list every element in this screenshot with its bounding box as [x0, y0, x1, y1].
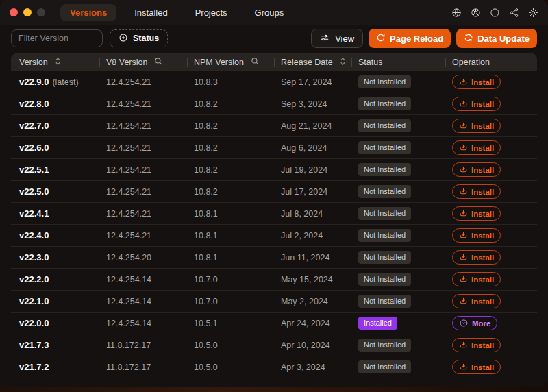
minimize-button[interactable]	[23, 8, 32, 16]
version-cell: v22.5.0	[11, 186, 99, 197]
release-date-cell: Aug 21, 2024	[274, 121, 351, 131]
status-cell: Not Installed	[351, 273, 445, 286]
close-button[interactable]	[10, 8, 18, 16]
tab-installed[interactable]: Installed	[125, 4, 177, 21]
operation-button[interactable]: Install	[452, 228, 501, 243]
status-cell: Not Installed	[351, 360, 445, 373]
status-badge: Not Installed	[358, 185, 411, 198]
status-badge: Not Installed	[358, 339, 411, 352]
operation-button[interactable]: More	[452, 316, 497, 330]
column-label: Status	[358, 58, 382, 67]
v8-version-cell: 12.4.254.14	[99, 319, 187, 328]
operation-button[interactable]: Install	[452, 162, 501, 177]
operation-button-label: Install	[471, 297, 494, 306]
version-cell: v22.5.1	[11, 164, 99, 175]
table-row: v22.5.1 12.4.254.21 10.8.2 Jul 19, 2024 …	[11, 159, 537, 181]
v8-version-cell: 12.4.254.21	[99, 209, 187, 219]
download-icon	[459, 363, 468, 371]
status-filter-label: Status	[133, 34, 159, 43]
release-date-cell: Jul 19, 2024	[274, 165, 351, 175]
color-wheel-icon[interactable]	[471, 8, 481, 18]
npm-version-cell: 10.8.3	[187, 77, 274, 87]
release-date-cell: May 15, 2024	[274, 275, 351, 284]
traffic-lights	[10, 8, 45, 16]
status-badge: Not Installed	[358, 273, 411, 286]
globe-icon[interactable]	[451, 8, 462, 18]
release-date-cell: Jun 11, 2024	[274, 253, 351, 262]
share-icon[interactable]	[509, 8, 519, 18]
operation-button[interactable]: Install	[452, 206, 501, 221]
status-badge: Not Installed	[358, 97, 411, 110]
data-update-button[interactable]: Data Update	[456, 29, 537, 48]
status-cell: Not Installed	[351, 185, 445, 198]
release-date-cell: Apr 3, 2024	[274, 363, 351, 372]
settings-gear-icon[interactable]	[528, 8, 538, 18]
search-icon[interactable]	[251, 57, 260, 68]
info-icon[interactable]	[490, 8, 500, 18]
npm-version-cell: 10.5.1	[187, 319, 274, 328]
v8-version-cell: 12.4.254.21	[99, 121, 187, 131]
page-reload-button[interactable]: Page Reload	[369, 29, 451, 48]
sort-icon[interactable]	[55, 57, 61, 68]
operation-button[interactable]: Install	[452, 360, 501, 374]
download-icon	[459, 231, 468, 240]
status-cell: Not Installed	[351, 295, 445, 308]
download-icon	[459, 209, 468, 218]
status-badge: Not Installed	[358, 360, 411, 373]
filter-version-input[interactable]	[11, 29, 103, 47]
status-cell: Not Installed	[351, 163, 445, 176]
version-cell: v22.0.0	[11, 318, 99, 328]
release-date-cell: Sep 3, 2024	[274, 99, 351, 109]
v8-version-cell: 11.8.172.17	[99, 363, 187, 372]
npm-version-cell: 10.8.1	[187, 231, 274, 241]
zoom-button[interactable]	[37, 8, 45, 16]
version-cell: v22.4.1	[11, 208, 99, 219]
operation-button[interactable]: Install	[452, 184, 501, 199]
tab-groups[interactable]: Groups	[245, 4, 294, 21]
operation-button[interactable]: Install	[452, 250, 501, 265]
page-reload-label: Page Reload	[390, 34, 443, 44]
version-cell: v22.4.0	[11, 230, 99, 241]
operation-cell: Install	[445, 250, 537, 265]
column-header-v8-version[interactable]: V8 Version	[99, 53, 187, 71]
download-icon	[459, 99, 468, 108]
operation-button[interactable]: Install	[452, 75, 501, 89]
tab-versions[interactable]: Versions	[60, 4, 116, 21]
operation-button-label: Install	[471, 78, 494, 86]
v8-version-cell: 12.4.254.21	[99, 77, 187, 87]
toolbar-right: View Page Reload Data Update	[311, 29, 537, 48]
operation-button[interactable]: Install	[452, 119, 501, 133]
npm-version-cell: 10.7.0	[187, 275, 274, 284]
operation-cell: Install	[445, 294, 537, 308]
sort-icon[interactable]	[340, 57, 346, 68]
operation-button-label: Install	[471, 210, 494, 218]
operation-button[interactable]: Install	[452, 272, 501, 286]
tab-projects[interactable]: Projects	[186, 4, 237, 21]
release-date-cell: Jul 17, 2024	[274, 187, 351, 197]
operation-button[interactable]: Install	[452, 140, 501, 155]
table-row: v22.0.0 12.4.254.14 10.5.1 Apr 24, 2024 …	[11, 313, 537, 334]
table-row: v22.3.0 12.4.254.20 10.8.1 Jun 11, 2024 …	[11, 247, 537, 269]
operation-button[interactable]: Install	[452, 97, 501, 111]
v8-version-cell: 12.4.254.21	[99, 165, 187, 175]
view-button[interactable]: View	[311, 29, 363, 48]
column-header-release-date[interactable]: Release Date	[274, 53, 351, 71]
versions-table: Version V8 Version NPM Version Release D…	[11, 53, 537, 378]
column-header-status: Status	[351, 53, 445, 71]
version-tag: (latest)	[52, 77, 78, 87]
v8-version-cell: 12.4.254.21	[99, 187, 187, 197]
reload-icon	[376, 33, 386, 45]
column-header-version[interactable]: Version	[11, 53, 99, 71]
column-label: V8 Version	[106, 58, 147, 67]
status-filter-button[interactable]: Status	[110, 29, 168, 47]
download-icon	[459, 121, 468, 130]
status-cell: Not Installed	[351, 339, 445, 352]
operation-button[interactable]: Install	[452, 338, 501, 352]
release-date-cell: May 2, 2024	[274, 297, 351, 306]
column-header-npm-version[interactable]: NPM Version	[187, 53, 274, 71]
operation-cell: More	[445, 316, 537, 330]
search-icon[interactable]	[154, 57, 163, 68]
npm-version-cell: 10.8.2	[187, 99, 274, 109]
status-badge: Not Installed	[358, 207, 411, 220]
operation-button[interactable]: Install	[452, 294, 501, 308]
